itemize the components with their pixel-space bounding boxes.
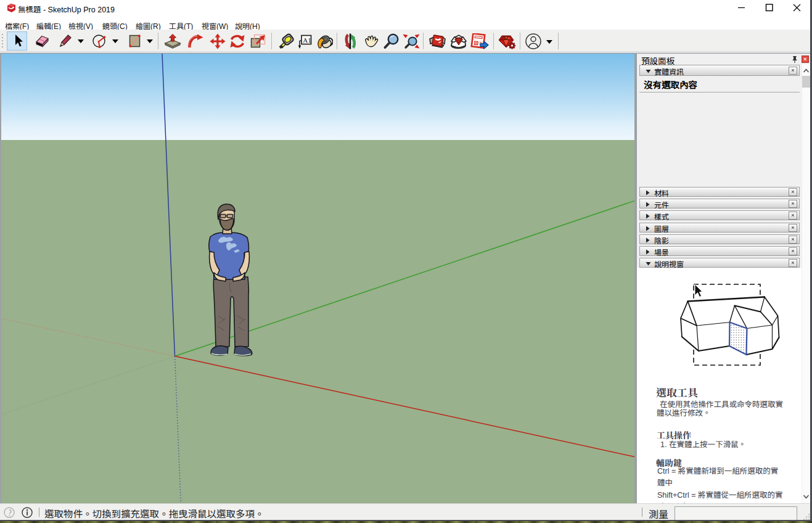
svg-text:A1: A1 [303,36,311,44]
